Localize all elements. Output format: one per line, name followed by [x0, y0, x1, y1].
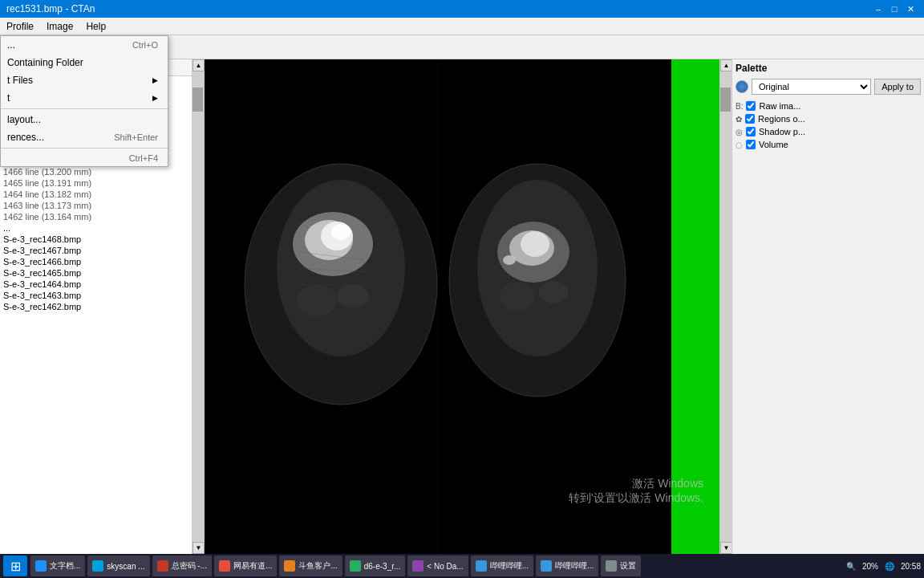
menu-help[interactable]: Help — [79, 19, 112, 34]
file-row[interactable]: 1466 line (13.200 mm) — [0, 166, 192, 177]
taskbar-app-icon — [476, 560, 487, 572]
file-row-named[interactable]: S-e-3_rec1466.bmp — [0, 256, 192, 267]
taskbar-app-icon — [606, 560, 617, 572]
palette-dropdown[interactable]: Original — [752, 79, 871, 95]
palette-label-regions: Regions o... — [758, 114, 805, 124]
taskbar-app-item[interactable]: d6-e-3_r... — [345, 556, 406, 576]
close-button[interactable]: ✕ — [903, 2, 918, 16]
taskbar-app-item[interactable]: 文字档... — [30, 556, 85, 576]
scroll-thumb[interactable] — [192, 88, 203, 112]
ct-scan-svg — [205, 59, 671, 554]
right-panel: ▲ ▼ — [192, 59, 924, 554]
scroll-right-thumb[interactable] — [720, 88, 731, 112]
palette-label-shadow: Shadow p... — [759, 127, 805, 136]
file-row-named[interactable]: S-e-3_rec1467.bmp — [0, 245, 192, 256]
svg-point-18 — [503, 255, 516, 265]
scroll-down-arrow[interactable]: ▼ — [192, 542, 205, 554]
dropdown-close[interactable]: Ctrl+F4 — [1, 150, 168, 166]
dropdown-containing-folder[interactable]: Containing Folder — [1, 54, 168, 71]
menu-bar: Profile Image Help — [0, 18, 924, 35]
file-row-named[interactable]: S-e-3_rec1462.bmp — [0, 301, 192, 312]
taskbar-app-icon — [541, 560, 552, 572]
dropdown-t[interactable]: t — [1, 89, 168, 107]
checkbox-volume[interactable] — [746, 140, 756, 149]
svg-point-6 — [331, 224, 351, 240]
file-row[interactable]: 1465 line (13.191 mm) — [0, 177, 192, 189]
file-row[interactable]: 1464 line (13.182 mm) — [0, 189, 192, 200]
dropdown-layout[interactable]: layout... — [1, 111, 168, 128]
taskbar-app-item[interactable]: 总密码 -... — [152, 556, 212, 576]
scroll-track — [192, 71, 204, 542]
taskbar-app-icon — [35, 560, 47, 572]
ct-image-display — [205, 59, 671, 554]
taskbar-items: 文字档...skyscan ...总密码 -...网易有道...斗鱼客户...d… — [30, 556, 843, 576]
menu-separator-1 — [1, 108, 168, 109]
menu-separator-2 — [1, 148, 168, 149]
title-bar: rec1531.bmp - CTAn – □ ✕ — [0, 0, 924, 18]
window-controls: – □ ✕ — [871, 2, 918, 16]
menu-image[interactable]: Image — [40, 19, 79, 34]
image-scrollbar-vertical[interactable]: ▲ ▼ — [192, 59, 205, 554]
apply-button[interactable]: Apply to — [874, 79, 921, 95]
taskbar-app-item[interactable]: 设置 — [601, 556, 641, 576]
maximize-button[interactable]: □ — [887, 2, 902, 16]
taskbar-app-item[interactable]: < No Da... — [407, 556, 468, 576]
dropdown-t-files[interactable]: t Files — [1, 71, 168, 89]
file-row-named[interactable]: S-e-3_rec1465.bmp — [0, 267, 192, 279]
dropdown-open[interactable]: ... Ctrl+O — [1, 36, 168, 54]
taskbar-app-item[interactable]: skyscan ... — [87, 556, 149, 576]
palette-label-volume: Volume — [759, 140, 788, 149]
checkbox-regions[interactable] — [745, 114, 755, 124]
svg-point-11 — [337, 284, 369, 308]
network-icon: 🌐 — [885, 562, 894, 571]
app-title: rec1531.bmp - CTAn — [6, 3, 871, 14]
taskbar-time: 20:58 — [901, 562, 921, 571]
palette-panel: Palette Original Apply to B: Raw ima... — [732, 59, 924, 554]
palette-option-regions: ✿ Regions o... — [736, 112, 921, 125]
search-icon: 🔍 — [846, 562, 856, 571]
palette-option-shadow: ◎ Shadow p... — [736, 125, 921, 138]
dropdown-menu: ... Ctrl+O Containing Folder t Files t l… — [0, 35, 168, 167]
palette-controls-row: Original Apply to — [736, 79, 921, 95]
image-scrollbar-right[interactable]: ▲ ▼ — [719, 59, 732, 554]
taskbar-app-icon — [219, 560, 230, 572]
svg-point-10 — [297, 284, 337, 316]
image-area: ▲ ▼ — [192, 59, 924, 554]
taskbar-app-icon — [157, 560, 168, 572]
scroll-up-arrow[interactable]: ▲ — [192, 59, 205, 71]
file-row[interactable]: 1463 line (13.173 mm) — [0, 200, 192, 211]
green-color-bar — [671, 59, 719, 554]
palette-header: Palette — [736, 63, 921, 74]
taskbar-app-item[interactable]: 网易有道... — [214, 556, 277, 576]
taskbar-right: 🔍 20% 🌐 20:58 — [846, 562, 921, 571]
file-row[interactable]: 1462 line (13.164 mm) — [0, 211, 192, 222]
scroll-right-down[interactable]: ▼ — [720, 542, 732, 554]
palette-color-icon — [736, 80, 748, 93]
palette-option-raw: B: Raw ima... — [736, 100, 921, 112]
svg-point-17 — [521, 231, 549, 257]
file-row-named[interactable]: S-e-3_rec1463.bmp — [0, 290, 192, 301]
checkbox-raw[interactable] — [746, 101, 756, 111]
start-button[interactable]: ⊞ — [3, 556, 27, 576]
file-row-named[interactable]: ... — [0, 222, 192, 234]
taskbar-app-item[interactable]: 哔哩哔哩... — [471, 556, 533, 576]
file-row-named[interactable]: S-e-3_rec1464.bmp — [0, 279, 192, 290]
checkbox-shadow[interactable] — [746, 127, 756, 136]
taskbar: ⊞ 文字档...skyscan ...总密码 -...网易有道...斗鱼客户..… — [0, 554, 924, 578]
taskbar-app-item[interactable]: 哔哩哔哩... — [536, 556, 598, 576]
minimize-button[interactable]: – — [871, 2, 886, 16]
ct-viewport: 激活 Windows 转到'设置'以激活 Windows. — [205, 59, 719, 554]
dropdown-references[interactable]: rences... Shift+Enter — [1, 128, 168, 146]
palette-label-raw: Raw ima... — [759, 101, 800, 111]
palette-option-volume: ◌ Volume — [736, 138, 921, 151]
taskbar-app-icon — [412, 560, 424, 572]
zoom-level: 20% — [862, 562, 878, 571]
file-row-named[interactable]: S-e-3_rec1468.bmp — [0, 234, 192, 245]
taskbar-app-icon — [284, 560, 295, 572]
taskbar-app-icon — [92, 560, 103, 572]
taskbar-app-item[interactable]: 斗鱼客户... — [279, 556, 342, 576]
scroll-right-up[interactable]: ▲ — [720, 59, 732, 71]
menu-profile[interactable]: Profile — [0, 19, 40, 34]
taskbar-app-icon — [350, 560, 361, 572]
svg-point-19 — [500, 282, 535, 311]
